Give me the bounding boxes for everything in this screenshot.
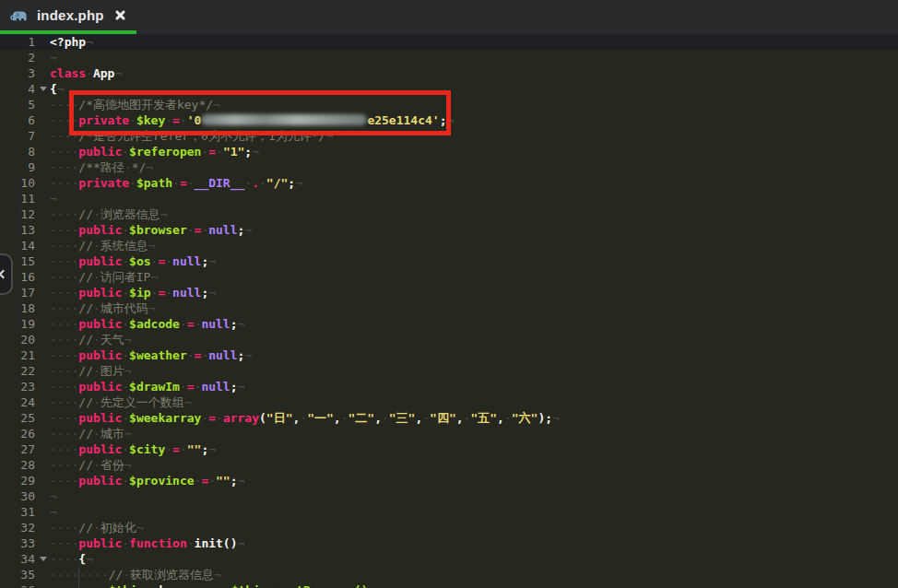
code-line[interactable]: 13····public·$browser·=·null;¬ — [0, 222, 898, 238]
code-line[interactable]: 9····/**路径·*/¬ — [0, 159, 898, 175]
code-token: · — [122, 411, 129, 425]
code-line[interactable]: 8····public·$referopen·=·"1";¬ — [0, 144, 898, 159]
code-token: ¬ — [238, 474, 245, 488]
code-line[interactable]: 29····public·$province·=·"";¬ — [0, 473, 898, 488]
code-token: = — [172, 442, 180, 456]
fold-arrow-icon[interactable] — [40, 87, 47, 91]
code-line[interactable]: 28····//·省份¬ — [0, 457, 898, 473]
code-line[interactable]: 7····/*是否允许空refer，0为不允许，1为允许*/¬ — [0, 128, 898, 144]
code-line[interactable]: 22····//·图片¬ — [0, 363, 898, 379]
code-line[interactable]: 15····public·$os·=·null;¬ — [0, 253, 898, 269]
code-text: ¬ — [50, 191, 57, 206]
code-line[interactable]: 31¬ — [0, 504, 898, 520]
code-token: public — [78, 380, 122, 394]
fold-gutter — [37, 112, 50, 128]
code-token: public — [78, 223, 122, 237]
code-token: ¬ — [148, 239, 156, 253]
sidebar-toggle-button[interactable] — [0, 253, 13, 295]
fold-gutter[interactable] — [37, 81, 50, 97]
code-token: ); — [538, 411, 552, 425]
tab-close-icon[interactable] — [114, 9, 126, 21]
code-token: "四" — [430, 411, 456, 425]
code-line[interactable]: 25····public·$weekarray·=·array("日",·"一"… — [0, 410, 898, 426]
code-line[interactable]: 17····public·$ip·=·null;¬ — [0, 285, 898, 300]
line-number: 21 — [0, 347, 37, 363]
code-token: ···· — [79, 583, 108, 588]
code-text: ¬ — [50, 488, 57, 504]
code-line[interactable]: 6····private·$key·=·'0e25e114c4';¬ — [0, 112, 898, 128]
fold-gutter — [37, 332, 50, 347]
code-line[interactable]: 2¬ — [0, 50, 898, 65]
code-token: public — [78, 348, 122, 362]
code-text: ····private·$path·=·__DIR__·.·"/";¬ — [50, 175, 302, 191]
code-token: ···· — [50, 536, 78, 550]
code-line[interactable]: 34····{¬ — [0, 551, 898, 567]
code-token: ¬ — [252, 145, 259, 159]
code-token: · — [382, 411, 389, 425]
code-line[interactable]: 10····private·$path·=·__DIR__·.·"/";¬ — [0, 175, 898, 191]
code-token: ¬ — [238, 536, 245, 550]
fold-gutter — [37, 457, 50, 473]
code-token: init() — [195, 536, 238, 550]
code-line[interactable]: 19····public·$adcode·=·null;¬ — [0, 316, 898, 332]
code-token: · — [93, 333, 100, 347]
code-token: = — [172, 113, 180, 127]
code-token: ···· — [50, 301, 78, 315]
code-line[interactable]: 1<?php¬ — [0, 34, 898, 50]
code-text: ····//·访问者IP¬ — [50, 269, 158, 285]
code-line[interactable]: 23····public·$drawIm·=·null;¬ — [0, 379, 898, 394]
fold-gutter[interactable] — [37, 551, 50, 567]
code-token: 省份 — [100, 458, 124, 472]
fold-arrow-icon[interactable] — [40, 557, 47, 561]
code-line[interactable]: 18····//·城市代码¬ — [0, 300, 898, 316]
code-token: · — [504, 411, 512, 425]
fold-gutter — [37, 363, 50, 379]
code-line[interactable]: 27····public·$city·=·"";¬ — [0, 441, 898, 457]
code-token: · — [422, 411, 430, 425]
code-line[interactable]: 14····//·系统信息¬ — [0, 238, 898, 253]
code-token: // — [78, 270, 93, 284]
code-line[interactable]: 33····public·function·init()¬ — [0, 535, 898, 551]
code-token: class — [50, 66, 86, 80]
code-token: ¬ — [208, 442, 216, 456]
fold-gutter — [37, 347, 50, 363]
tab-index-php[interactable]: index.php — [0, 0, 136, 34]
code-line[interactable]: 30¬ — [0, 488, 898, 504]
code-token: ¬ — [213, 98, 220, 112]
code-token: , — [497, 411, 504, 425]
code-token: ···· — [50, 317, 78, 331]
code-line[interactable]: 12····//·浏览器信息¬ — [0, 206, 898, 222]
code-line[interactable]: 35········//·获取浏览器信息¬ — [0, 567, 898, 582]
code-line[interactable]: 11¬ — [0, 191, 898, 206]
fold-gutter — [37, 582, 50, 588]
code-line[interactable]: 21····public·$weather·=·null;¬ — [0, 347, 898, 363]
code-line[interactable]: 16····//·访问者IP¬ — [0, 269, 898, 285]
code-line[interactable]: 24····//·先定义一个数组¬ — [0, 394, 898, 410]
fold-gutter — [37, 520, 50, 535]
code-token: · — [216, 411, 223, 425]
code-text: ····private·$key·=·'0e25e114c4';¬ — [50, 112, 454, 128]
code-token: function — [129, 536, 187, 550]
code-line[interactable]: 20····//·天气¬ — [0, 332, 898, 347]
fold-gutter — [37, 175, 50, 191]
code-token: ···· — [50, 145, 78, 159]
code-line[interactable]: 4{¬ — [0, 81, 898, 97]
code-line[interactable]: 36········$this->browser·=·$this->getBro… — [0, 582, 898, 588]
line-number: 7 — [0, 128, 37, 144]
fold-gutter — [37, 316, 50, 332]
code-line[interactable]: 3class·App¬ — [0, 65, 898, 81]
line-number: 4 — [0, 81, 37, 97]
fold-gutter — [37, 300, 50, 316]
code-token: "六" — [512, 411, 538, 425]
code-editor[interactable]: 1<?php¬2¬3class·App¬4{¬5····/*高德地图开发者key… — [0, 34, 898, 588]
code-text: ¬ — [50, 504, 57, 520]
code-token: array — [223, 411, 259, 425]
code-token: $key — [136, 113, 165, 127]
code-text: ····public·$ip·=·null;¬ — [50, 285, 216, 300]
code-token: ···· — [50, 568, 78, 582]
line-number: 20 — [0, 332, 37, 347]
code-line[interactable]: 5····/*高德地图开发者key*/¬ — [0, 97, 898, 112]
code-token: ¬ — [50, 489, 57, 503]
code-line[interactable]: 32····//·初始化¬ — [0, 520, 898, 535]
code-line[interactable]: 26····//·城市¬ — [0, 426, 898, 441]
